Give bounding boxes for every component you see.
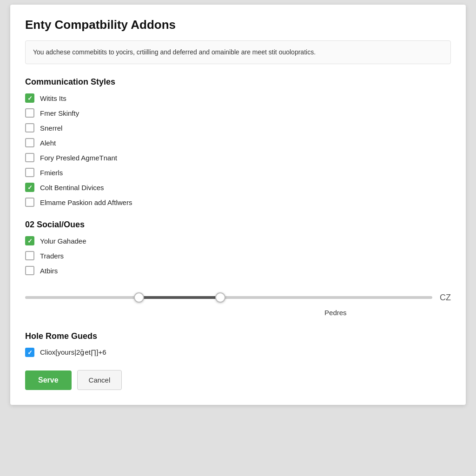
checkbox-item-fmierls[interactable]: Fmierls	[25, 168, 451, 177]
slider-fill	[139, 296, 220, 299]
checkbox-label-fmierls: Fmierls	[40, 169, 63, 177]
checkbox-item-elmame[interactable]: Elmame Paskion add Aftlwers	[25, 198, 451, 207]
checkbox-label-colt: Colt Bentinal Divices	[40, 184, 104, 192]
checkbox-label-hole-rome: Cliox[yours|2ḡet∏]+6	[40, 348, 106, 357]
checkbox-elmame[interactable]	[25, 198, 34, 207]
checkbox-aleht[interactable]	[25, 138, 34, 147]
checkbox-colt[interactable]	[25, 183, 34, 192]
slider-section: CZ Pedres	[25, 288, 451, 317]
checkbox-label-aleht: Aleht	[40, 139, 56, 147]
communication-styles-heading: Communication Styles	[25, 77, 451, 87]
checkbox-label-elmame: Elmame Paskion add Aftlwers	[40, 198, 132, 206]
communication-styles-section: Communication Styles Witits Its Fmer Ski…	[25, 77, 451, 207]
checkbox-label-fmer: Fmer Skinfty	[40, 109, 79, 117]
slider-icon: CZ	[440, 293, 451, 303]
description-text: You adchese commebitits to yocirs, crtii…	[25, 40, 451, 64]
checkbox-item-traders[interactable]: Traders	[25, 251, 451, 260]
slider-container[interactable]: CZ	[25, 288, 451, 307]
slider-track	[25, 296, 432, 299]
checkbox-item-fory[interactable]: Fory Presled AgmeTnant	[25, 153, 451, 162]
checkbox-yolur[interactable]	[25, 236, 34, 245]
social-oues-list: Yolur Gahadee Traders Atbirs	[25, 236, 451, 275]
checkbox-item-snerrel[interactable]: Snerrel	[25, 123, 451, 132]
checkbox-fory[interactable]	[25, 153, 34, 162]
hole-rome-checkbox-item[interactable]: Cliox[yours|2ḡet∏]+6	[25, 348, 451, 357]
checkbox-traders[interactable]	[25, 251, 34, 260]
checkbox-label-fory: Fory Presled AgmeTnant	[40, 154, 117, 162]
checkbox-item-fmer[interactable]: Fmer Skinfty	[25, 108, 451, 118]
checkbox-label-witits: Witits Its	[40, 94, 66, 102]
modal-title: Enty Compatbility Addons	[25, 18, 451, 32]
checkbox-item-atbirs[interactable]: Atbirs	[25, 266, 451, 275]
slider-thumb-left[interactable]	[134, 292, 144, 303]
checkbox-item-witits[interactable]: Witits Its	[25, 93, 451, 103]
footer-buttons: Serve Cancel	[25, 370, 451, 390]
checkbox-item-yolur[interactable]: Yolur Gahadee	[25, 236, 451, 245]
hole-rome-section: Hole Rome Gueds Cliox[yours|2ḡet∏]+6	[25, 331, 451, 357]
checkbox-label-snerrel: Snerrel	[40, 124, 62, 132]
serve-button[interactable]: Serve	[25, 370, 72, 390]
checkbox-item-colt[interactable]: Colt Bentinal Divices	[25, 183, 451, 192]
cancel-button[interactable]: Cancel	[77, 370, 122, 390]
hole-rome-heading: Hole Rome Gueds	[25, 331, 451, 341]
checkbox-snerrel[interactable]	[25, 123, 34, 132]
checkbox-hole-rome[interactable]	[25, 348, 34, 357]
checkbox-label-traders: Traders	[40, 252, 64, 260]
slider-label: Pedres	[25, 309, 451, 317]
checkbox-atbirs[interactable]	[25, 266, 34, 275]
checkbox-fmierls[interactable]	[25, 168, 34, 177]
social-oues-section: 02 Social/Oues Yolur Gahadee Traders Atb…	[25, 220, 451, 317]
social-oues-heading: 02 Social/Oues	[25, 220, 451, 230]
checkbox-label-atbirs: Atbirs	[40, 267, 58, 275]
modal-container: Enty Compatbility Addons You adchese com…	[10, 5, 466, 405]
communication-styles-list: Witits Its Fmer Skinfty Snerrel Aleht Fo…	[25, 93, 451, 207]
checkbox-item-aleht[interactable]: Aleht	[25, 138, 451, 147]
checkbox-label-yolur: Yolur Gahadee	[40, 237, 86, 245]
checkbox-witits[interactable]	[25, 93, 34, 103]
slider-thumb-right[interactable]	[215, 292, 225, 303]
checkbox-fmer[interactable]	[25, 108, 34, 118]
